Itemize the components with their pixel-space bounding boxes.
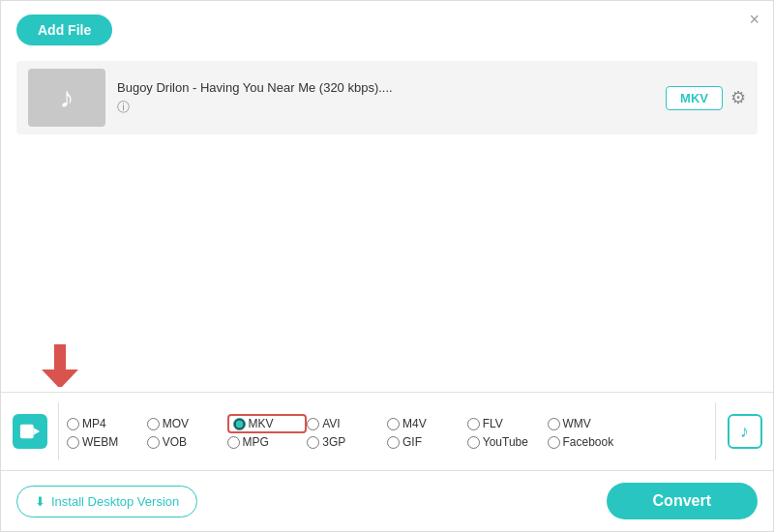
bottom-section: MP4 MOV MKV AVI M4V FLV bbox=[1, 392, 773, 531]
format-options: MP4 MOV MKV AVI M4V FLV bbox=[59, 410, 715, 453]
close-button[interactable]: × bbox=[749, 11, 759, 28]
audio-format-icon-button[interactable]: ♪ bbox=[715, 402, 773, 460]
format-wmv[interactable]: WMV bbox=[548, 414, 708, 433]
svg-rect-0 bbox=[54, 344, 66, 371]
audio-icon: ♪ bbox=[728, 414, 762, 449]
info-icon[interactable]: ⓘ bbox=[117, 99, 654, 116]
settings-button[interactable]: ⚙ bbox=[730, 87, 746, 108]
top-bar: Add File bbox=[1, 1, 773, 55]
format-3gp[interactable]: 3GP bbox=[307, 435, 387, 449]
format-webm[interactable]: WEBM bbox=[67, 435, 147, 449]
file-thumbnail: ♪ bbox=[28, 69, 105, 127]
install-desktop-label: Install Desktop Version bbox=[51, 494, 179, 509]
file-list: ♪ Bugoy Drilon - Having You Near Me (320… bbox=[1, 55, 773, 140]
format-gif[interactable]: GIF bbox=[387, 435, 467, 449]
file-info: Bugoy Drilon - Having You Near Me (320 k… bbox=[117, 80, 654, 116]
format-mpg[interactable]: MPG bbox=[227, 435, 308, 449]
svg-rect-2 bbox=[19, 425, 33, 439]
format-mkv[interactable]: MKV bbox=[227, 414, 308, 433]
format-youtube[interactable]: YouTube bbox=[467, 435, 548, 449]
file-item: ♪ Bugoy Drilon - Having You Near Me (320… bbox=[16, 61, 758, 134]
format-flv[interactable]: FLV bbox=[467, 414, 548, 433]
format-avi[interactable]: AVI bbox=[307, 414, 387, 433]
convert-button[interactable]: Convert bbox=[607, 483, 758, 519]
format-badge-button[interactable]: MKV bbox=[666, 86, 723, 110]
video-format-icon-button[interactable] bbox=[1, 402, 59, 460]
format-vob[interactable]: VOB bbox=[147, 435, 227, 449]
install-desktop-button[interactable]: ⬇ Install Desktop Version bbox=[16, 486, 197, 517]
arrow-indicator bbox=[42, 344, 78, 394]
file-name: Bugoy Drilon - Having You Near Me (320 k… bbox=[117, 80, 654, 95]
add-file-button[interactable]: Add File bbox=[16, 15, 112, 45]
format-mp4[interactable]: MP4 bbox=[67, 414, 147, 433]
format-mov[interactable]: MOV bbox=[147, 414, 227, 433]
file-actions: MKV ⚙ bbox=[666, 86, 746, 110]
music-icon: ♪ bbox=[60, 81, 74, 114]
main-content-area bbox=[1, 140, 773, 353]
svg-marker-1 bbox=[42, 369, 78, 387]
format-m4v[interactable]: M4V bbox=[387, 414, 467, 433]
footer-bar: ⬇ Install Desktop Version Convert bbox=[1, 471, 773, 531]
format-facebook[interactable]: Facebook bbox=[548, 435, 708, 449]
download-icon: ⬇ bbox=[35, 494, 45, 509]
svg-marker-3 bbox=[33, 428, 39, 434]
format-section: MP4 MOV MKV AVI M4V FLV bbox=[1, 392, 773, 471]
video-icon bbox=[13, 414, 47, 449]
